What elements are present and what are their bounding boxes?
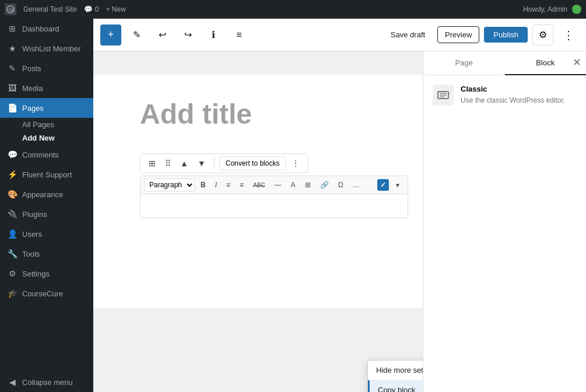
sidebar-collapse[interactable]: ◀ Collapse menu <box>0 372 93 392</box>
coursecure-icon: 🎓 <box>7 288 17 299</box>
sidebar-item-users[interactable]: 👤 Users <box>0 224 93 244</box>
sidebar-item-fluent[interactable]: ⚡ Fluent Support <box>0 164 93 184</box>
comment-icon: 💬 <box>84 5 93 13</box>
list-view-button[interactable]: ≡ <box>229 24 250 46</box>
block-table-icon[interactable]: ⊞ <box>145 156 159 170</box>
right-toolbar: ▼ <box>377 179 404 191</box>
sidebar-item-comments[interactable]: 💬 Comments <box>0 145 93 164</box>
list-button[interactable]: ≡ <box>223 179 234 191</box>
sidebar-item-pages[interactable]: 📄 Pages <box>0 98 93 118</box>
tab-page[interactable]: Page <box>423 51 505 75</box>
block-toolbar: ⊞ ⠿ ▲ ▼ Convert to blocks ⋮ <box>140 153 308 173</box>
sidebar-sub-all-pages[interactable]: All Pages <box>0 118 93 131</box>
sidebar-sub-add-new[interactable]: Add New <box>0 131 93 145</box>
info-button[interactable]: ℹ <box>203 24 224 46</box>
site-name[interactable]: General Test Site <box>23 5 77 13</box>
list-view-icon: ≡ <box>236 30 241 40</box>
block-name: Classic <box>461 85 565 93</box>
content-wrapper: Add title ⊞ ⠿ ▲ ▼ Convert to blocks ⋮ <box>93 51 586 392</box>
sidebar-item-media[interactable]: 🖼 Media <box>0 78 93 98</box>
block-more-options[interactable]: ⋮ <box>288 156 303 170</box>
comments-count[interactable]: 💬 0 <box>84 5 99 13</box>
more-options-button[interactable]: ⋮ <box>558 24 579 46</box>
fluent-icon: ⚡ <box>7 169 17 180</box>
gear-icon: ⚙ <box>539 29 547 40</box>
admin-avatar <box>572 5 581 14</box>
sidebar-item-appearance[interactable]: 🎨 Appearance <box>0 184 93 204</box>
new-button[interactable]: + New <box>106 5 126 13</box>
italic-button[interactable]: I <box>212 179 220 191</box>
comments-icon: 💬 <box>7 149 17 160</box>
dashboard-icon: ⊞ <box>7 23 17 34</box>
block-info-text: Classic Use the classic WordPress editor… <box>461 85 565 106</box>
sidebar: ⊞ Dashboard ★ WishList Member ✎ Posts 🖼 … <box>0 19 93 392</box>
undo-icon: ↩ <box>159 29 166 40</box>
panel-close-button[interactable]: ✕ <box>573 56 581 69</box>
toolbar-divider <box>214 158 215 169</box>
indent-button[interactable]: ⊞ <box>301 179 314 191</box>
context-menu: Hide more settings Ctrl+Shift+, Copy blo… <box>367 360 423 392</box>
wishlist-icon: ★ <box>7 43 17 54</box>
special-char-button[interactable]: Ω <box>335 179 347 191</box>
sidebar-item-coursecure[interactable]: 🎓 CourseCure <box>0 284 93 303</box>
add-block-button[interactable]: + <box>100 24 121 46</box>
settings-icon: ⚙ <box>7 268 17 279</box>
redo-icon: ↪ <box>184 29 192 40</box>
editor-area: + ✎ ↩ ↪ ℹ ≡ Save draft Preview Publish ⚙ <box>93 19 586 392</box>
convert-to-blocks-button[interactable]: Convert to blocks <box>219 156 286 170</box>
sidebar-item-settings[interactable]: ⚙ Settings <box>0 264 93 284</box>
block-move-up[interactable]: ▲ <box>177 156 192 170</box>
abc-button[interactable]: ABC <box>250 180 269 190</box>
page-title[interactable]: Add title <box>140 98 408 130</box>
classic-editor-block: Paragraph B I ≡ ≡ ABC — A ⊞ 🔗 <box>140 176 408 218</box>
tools-icon: 🔧 <box>7 249 17 259</box>
right-panel-tabs: Page Block ✕ <box>423 51 586 75</box>
sidebar-item-tools[interactable]: 🔧 Tools <box>0 244 93 264</box>
block-toolbar-wrap: ⊞ ⠿ ▲ ▼ Convert to blocks ⋮ <box>140 153 408 218</box>
align-button[interactable]: ≡ <box>236 179 247 191</box>
admin-bar: W General Test Site 💬 0 + New Howdy, Adm… <box>0 0 586 19</box>
hr-button[interactable]: — <box>271 179 285 191</box>
admin-bar-right: Howdy, Admin <box>523 5 581 14</box>
block-description: Use the classic WordPress editor. <box>461 96 565 106</box>
sidebar-item-posts[interactable]: ✎ Posts <box>0 58 93 78</box>
sidebar-item-dashboard[interactable]: ⊞ Dashboard <box>0 19 93 38</box>
panel-content: Classic Use the classic WordPress editor… <box>423 75 586 392</box>
bold-button[interactable]: B <box>197 179 209 191</box>
wp-logo: W <box>5 4 16 15</box>
context-hide-settings[interactable]: Hide more settings Ctrl+Shift+, <box>368 360 423 380</box>
editor-page: Add title ⊞ ⠿ ▲ ▼ Convert to blocks ⋮ <box>93 75 423 308</box>
redo-button[interactable]: ↪ <box>177 24 198 46</box>
settings-button[interactable]: ⚙ <box>532 24 553 46</box>
tools-button[interactable]: ✎ <box>126 24 147 46</box>
sidebar-item-plugins[interactable]: 🔌 Plugins <box>0 204 93 224</box>
context-copy-block[interactable]: Copy block <box>368 380 423 392</box>
link-button[interactable]: 🔗 <box>317 179 332 191</box>
media-icon: 🖼 <box>7 83 17 93</box>
block-type-icon <box>433 85 454 106</box>
editor-toolbar: + ✎ ↩ ↪ ℹ ≡ Save draft Preview Publish ⚙ <box>93 19 586 51</box>
paragraph-select[interactable]: Paragraph <box>144 178 195 191</box>
save-draft-button[interactable]: Save draft <box>383 26 433 43</box>
dropdown-btn[interactable]: ▼ <box>391 179 404 191</box>
right-panel: Page Block ✕ <box>423 51 586 392</box>
undo-button[interactable]: ↩ <box>152 24 173 46</box>
block-drag-handle[interactable]: ⠿ <box>162 156 174 170</box>
appearance-icon: 🎨 <box>7 189 17 200</box>
text-color-button[interactable]: A <box>287 179 299 191</box>
svg-text:W: W <box>9 7 14 13</box>
collapse-icon: ◀ <box>7 377 17 387</box>
plugins-icon: 🔌 <box>7 209 17 219</box>
howdy-text: Howdy, Admin <box>523 5 567 13</box>
sidebar-item-wishlist[interactable]: ★ WishList Member <box>0 38 93 58</box>
block-move-down[interactable]: ▼ <box>194 156 209 170</box>
info-icon: ℹ <box>212 29 215 40</box>
users-icon: 👤 <box>7 229 17 239</box>
edit-icon: ✎ <box>133 29 141 40</box>
editor-canvas: Add title ⊞ ⠿ ▲ ▼ Convert to blocks ⋮ <box>93 51 423 392</box>
ellipsis-icon: ⋮ <box>563 28 574 42</box>
publish-button[interactable]: Publish <box>484 27 528 43</box>
preview-button[interactable]: Preview <box>437 26 479 43</box>
ce-content[interactable] <box>141 194 408 218</box>
more-toolbar-button[interactable]: … <box>349 179 363 191</box>
